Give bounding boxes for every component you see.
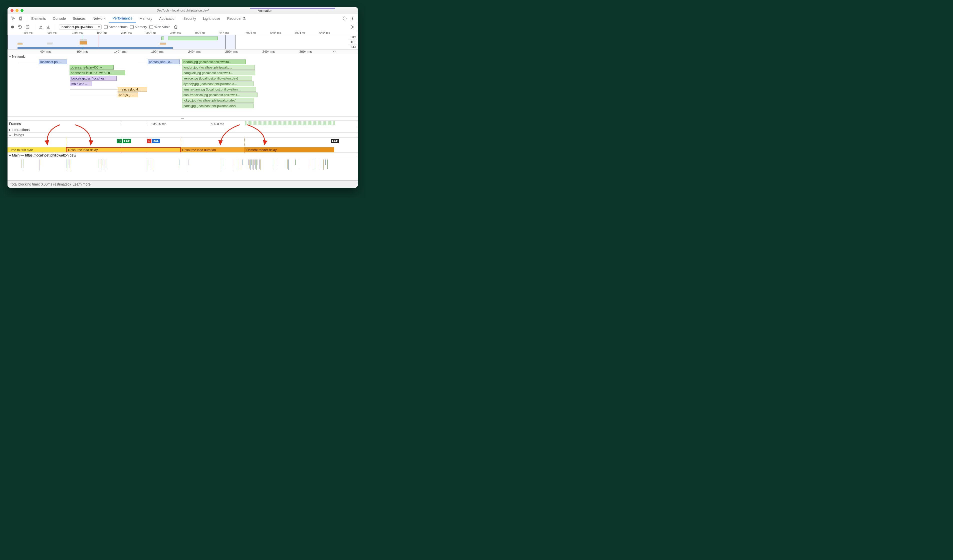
flame-task[interactable] (323, 159, 324, 170)
flame-task[interactable] (107, 159, 107, 168)
tab-elements[interactable]: Elements (28, 14, 49, 23)
flame-task[interactable] (104, 159, 104, 168)
network-request[interactable]: venice.jpg (localhost.philipwalton.dev) (182, 76, 252, 81)
webvitals-checkbox[interactable]: Web Vitals (149, 25, 170, 29)
screenshots-checkbox[interactable]: Screenshots (104, 25, 128, 29)
network-request[interactable]: bootstrap.css (localhos... (70, 76, 116, 81)
seg-render[interactable]: Element render delay (244, 147, 334, 152)
flame-task[interactable] (255, 159, 256, 169)
minimize-button[interactable] (16, 9, 19, 12)
tab-recorder[interactable]: Recorder ⚗ (224, 14, 249, 23)
flame-task[interactable] (222, 159, 222, 170)
interactions-section[interactable]: Interactions Animation (8, 127, 358, 133)
network-section-header[interactable]: Network (8, 54, 358, 59)
flame-task[interactable] (22, 159, 22, 168)
main-section-header[interactable]: Main — https://localhost.philipwalton.de… (8, 153, 358, 158)
flame-task[interactable] (225, 159, 225, 169)
load-profile-button[interactable] (38, 25, 43, 29)
network-request[interactable]: photos.json (lo... (147, 59, 180, 64)
flame-task[interactable] (70, 159, 70, 168)
flame-task[interactable] (234, 159, 234, 165)
dcl-marker[interactable]: DCL (152, 139, 160, 143)
network-request[interactable]: amsterdam.jpg (localhost.philipwalton...… (182, 87, 256, 92)
flame-task[interactable] (325, 159, 326, 165)
fcp-marker[interactable]: FCP (123, 139, 131, 143)
flame-task[interactable] (260, 159, 261, 170)
save-profile-button[interactable] (46, 25, 51, 29)
learn-more-link[interactable]: Learn more (73, 182, 91, 186)
flame-task[interactable] (233, 159, 233, 170)
close-button[interactable] (11, 9, 14, 12)
flame-task[interactable] (249, 159, 250, 169)
settings-icon[interactable] (342, 16, 348, 21)
l-marker[interactable]: L (147, 139, 151, 143)
network-request[interactable]: main.css ... (70, 82, 92, 86)
capture-settings-icon[interactable] (350, 25, 355, 29)
fp-marker[interactable]: FP (116, 139, 123, 143)
gc-button[interactable] (173, 25, 178, 29)
flame-task[interactable] (239, 159, 239, 165)
flame-task[interactable] (277, 159, 277, 170)
flame-task[interactable] (240, 159, 240, 169)
network-request[interactable]: bangkok.jpg (localhost.philipwalt... (182, 71, 255, 75)
flame-task[interactable] (248, 159, 248, 170)
tab-security[interactable]: Security (180, 14, 200, 23)
splitter[interactable]: ⋯ (8, 116, 358, 121)
flame-task[interactable] (101, 159, 101, 168)
tab-console[interactable]: Console (49, 14, 69, 23)
flame-task[interactable] (295, 159, 296, 165)
seg-ttfb[interactable]: Time to first byte (8, 147, 66, 152)
tab-lighthouse[interactable]: Lighthouse (199, 14, 224, 23)
memory-checkbox[interactable]: Memory (130, 25, 147, 29)
zoom-button[interactable] (20, 9, 23, 12)
network-request[interactable]: san-francisco.jpg (localhost.philipwalt.… (182, 93, 258, 97)
tab-sources[interactable]: Sources (69, 14, 89, 23)
tab-memory[interactable]: Memory (136, 14, 156, 23)
network-request[interactable]: opensans-latin-400.w... (70, 65, 113, 70)
inspect-icon[interactable] (11, 16, 16, 21)
device-toggle-icon[interactable] (18, 16, 23, 21)
flame-task[interactable] (68, 159, 69, 165)
record-button[interactable] (10, 25, 15, 29)
flame-task[interactable] (67, 159, 67, 168)
network-request[interactable]: sydney.jpg (localhost.philipwalton.d... (182, 82, 254, 86)
profile-select[interactable]: localhost.philipwalton....▾ (59, 25, 102, 29)
flame-task[interactable] (274, 159, 274, 169)
timings-section-header[interactable]: Timings (8, 133, 358, 138)
network-request[interactable]: perf.js (l... (118, 93, 138, 97)
flame-task[interactable] (152, 159, 152, 168)
main-flamegraph[interactable] (8, 158, 358, 181)
tab-application[interactable]: Application (156, 14, 180, 23)
network-request[interactable]: main.js (local... (118, 87, 147, 92)
flame-task[interactable] (247, 159, 247, 169)
detail-ruler[interactable]: 494 ms 994 ms 1494 ms 1994 ms 2494 ms 29… (8, 50, 358, 54)
flame-task[interactable] (147, 159, 148, 170)
flame-task[interactable] (248, 159, 248, 165)
seg-duration[interactable]: Resource load duration (181, 147, 244, 152)
network-request[interactable]: tokyo.jpg (localhost.philipwalton.dev) (182, 98, 254, 103)
reload-record-button[interactable] (17, 25, 23, 29)
flame-task[interactable] (106, 159, 106, 165)
tab-performance[interactable]: Performance (109, 14, 136, 23)
flame-task[interactable] (251, 159, 251, 165)
seg-delay[interactable]: Resource load delay (66, 147, 181, 152)
flame-task[interactable] (314, 159, 314, 169)
flame-task[interactable] (310, 159, 310, 165)
flame-task[interactable] (188, 159, 188, 170)
flame-task[interactable] (254, 159, 255, 165)
network-waterfall[interactable]: localhost.phi...opensans-latin-400.w...o… (8, 59, 358, 116)
flame-task[interactable] (257, 159, 258, 165)
overview-chart[interactable]: FPSCPUNET (8, 35, 358, 50)
flame-task[interactable] (99, 159, 99, 170)
network-request[interactable]: opensans-latin-700.woff2 (l... (70, 71, 125, 75)
flame-task[interactable] (237, 159, 237, 169)
flame-task[interactable] (23, 159, 24, 168)
flame-task[interactable] (315, 159, 315, 170)
network-request[interactable]: london.jpg (localhost.philipwalto... (182, 59, 246, 64)
flame-task[interactable] (288, 159, 289, 170)
flame-task[interactable] (22, 159, 22, 170)
network-request[interactable]: localhost.phi... (39, 59, 67, 64)
frames-section[interactable]: Frames 1050.0 ms 500.0 ms (8, 121, 358, 127)
flame-task[interactable] (23, 159, 23, 165)
flame-task[interactable] (71, 159, 71, 165)
